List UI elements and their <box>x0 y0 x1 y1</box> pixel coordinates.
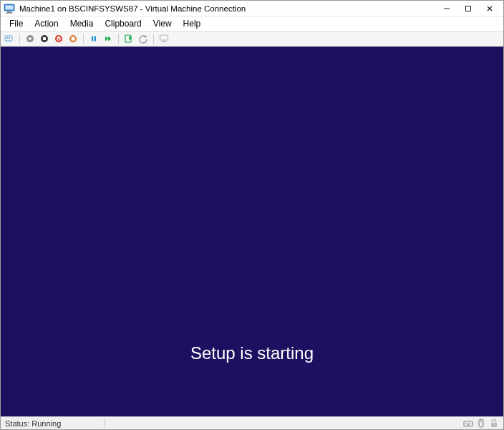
keyboard-status-icon <box>463 419 473 429</box>
pause-icon[interactable] <box>88 33 100 44</box>
statusbar: Status: Running <box>1 416 503 429</box>
status-icons <box>463 419 499 429</box>
toolbar-separator <box>19 34 20 44</box>
menu-clipboard[interactable]: Clipboard <box>99 17 147 30</box>
enhanced-session-icon[interactable] <box>158 33 170 44</box>
shutdown-icon[interactable] <box>53 33 64 44</box>
turnoff-icon[interactable] <box>39 33 50 44</box>
svg-marker-25 <box>145 35 147 38</box>
statusbar-separator <box>104 419 105 429</box>
window-title: Machine1 on BSCINFSYSWS87 - Virtual Mach… <box>19 4 436 13</box>
save-icon[interactable] <box>67 33 79 44</box>
toolbar-separator <box>153 34 154 44</box>
checkpoint-icon[interactable] <box>123 33 135 44</box>
vmconnect-app-icon <box>4 3 15 14</box>
close-button[interactable] <box>479 1 500 16</box>
svg-rect-21 <box>94 37 96 42</box>
menu-view[interactable]: View <box>147 17 178 30</box>
menu-media[interactable]: Media <box>64 17 100 30</box>
minimize-button[interactable] <box>436 1 457 16</box>
svg-rect-5 <box>466 6 471 11</box>
titlebar: Machine1 on BSCINFSYSWS87 - Virtual Mach… <box>1 1 503 16</box>
toolbar-separator <box>83 34 84 44</box>
toolbar-separator <box>118 34 119 44</box>
menubar: File Action Media Clipboard View Help <box>1 16 503 31</box>
vm-display-area[interactable]: Setup is starting <box>1 47 503 416</box>
start-icon[interactable] <box>24 33 36 44</box>
svg-rect-14 <box>43 37 46 40</box>
lock-status-icon <box>489 419 499 429</box>
svg-rect-2 <box>7 11 11 13</box>
status-text: Status: Running <box>5 419 61 428</box>
maximize-button[interactable] <box>457 1 479 16</box>
revert-icon[interactable] <box>137 33 149 44</box>
mouse-status-icon <box>476 419 486 429</box>
reset-icon[interactable] <box>102 33 114 44</box>
window-controls <box>436 1 500 16</box>
setup-message: Setup is starting <box>190 343 314 363</box>
svg-rect-3 <box>6 12 13 13</box>
svg-rect-28 <box>464 421 472 426</box>
menu-action[interactable]: Action <box>29 17 64 30</box>
svg-rect-10 <box>9 37 10 39</box>
menu-file[interactable]: File <box>4 17 29 30</box>
svg-rect-20 <box>92 37 93 42</box>
svg-rect-27 <box>162 41 166 42</box>
svg-rect-1 <box>6 5 14 9</box>
toolbar <box>1 31 503 47</box>
svg-rect-33 <box>491 423 497 427</box>
svg-rect-19 <box>72 37 75 41</box>
svg-marker-23 <box>108 37 111 42</box>
ctrl-alt-del-icon[interactable] <box>4 33 15 44</box>
menu-help[interactable]: Help <box>178 17 207 30</box>
svg-marker-22 <box>105 37 108 42</box>
svg-rect-9 <box>6 37 8 39</box>
svg-rect-26 <box>160 35 168 40</box>
